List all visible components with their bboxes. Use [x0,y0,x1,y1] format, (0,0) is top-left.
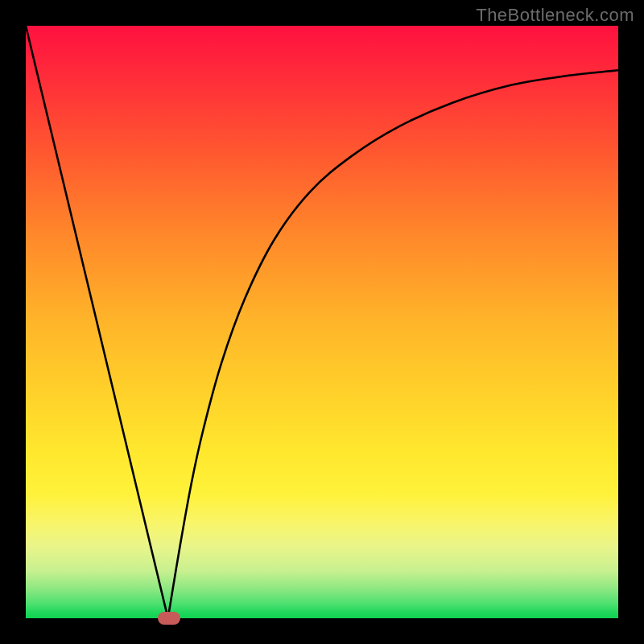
minimum-marker [158,612,180,625]
watermark-text: TheBottleneck.com [476,5,634,26]
curve-left-descent [26,26,168,618]
chart-frame: TheBottleneck.com [0,0,644,644]
curve-svg [26,26,618,618]
curve-right-ascent [168,70,618,618]
plot-area [26,26,618,618]
